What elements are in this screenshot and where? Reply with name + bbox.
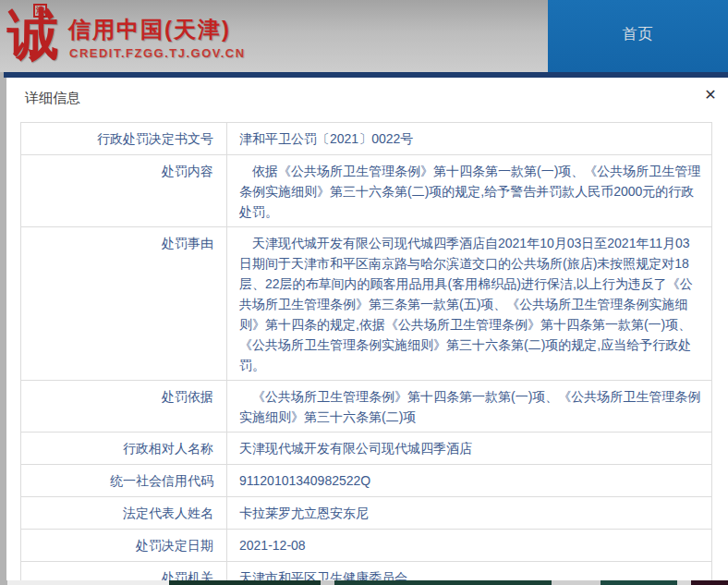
background-strip	[691, 580, 728, 585]
row-label: 处罚决定日期	[21, 530, 227, 561]
site-url: CREDIT.FZGG.TJ.GOV.CN	[69, 46, 246, 60]
row-value: 天津现代城开发有限公司现代城四季酒店	[227, 433, 711, 464]
background-strip	[552, 580, 601, 585]
nav-home-label: 首页	[623, 25, 654, 44]
site-logo[interactable]: 津 诚	[7, 2, 63, 70]
table-row-party-name: 行政相对人名称 天津现代城开发有限公司现代城四季酒店	[21, 433, 711, 465]
table-row-decision-date: 处罚决定日期 2021-12-08	[21, 530, 711, 562]
row-value: 津和平卫公罚〔2021〕0022号	[227, 123, 711, 154]
detail-modal: 详细信息 ✕ 行政处罚决定书文号 津和平卫公罚〔2021〕0022号 处罚内容 …	[6, 78, 728, 580]
table-row-penalty-basis: 处罚依据 《公共场所卫生管理条例》第十四条第一款第(一)项、《公共场所卫生管理条…	[21, 381, 711, 433]
table-row-legal-representative: 法定代表人姓名 卡拉莱罗尤立恩安东尼	[21, 497, 711, 530]
table-row-penalty-content: 处罚内容 依据《公共场所卫生管理条例》第十四条第一款第(一)项、《公共场所卫生管…	[21, 155, 711, 227]
table-row-penalty-reason: 处罚事由 天津现代城开发有限公司现代城四季酒店自2021年10月03日至2021…	[21, 227, 711, 381]
background-strip	[7, 580, 169, 585]
background-strip	[677, 580, 691, 585]
background-strip	[601, 580, 677, 585]
row-value: 《公共场所卫生管理条例》第十四条第一款第(一)项、《公共场所卫生管理条例实施细则…	[227, 381, 711, 432]
row-value: 91120101340982522Q	[227, 465, 711, 496]
row-label: 行政相对人名称	[21, 433, 227, 464]
nav-home-button[interactable]: 首页	[548, 0, 728, 72]
row-label: 处罚依据	[21, 381, 227, 432]
background-strip	[321, 580, 334, 585]
row-label: 统一社会信用代码	[21, 465, 227, 496]
row-value: 依据《公共场所卫生管理条例》第十四条第一款第(一)项、《公共场所卫生管理条例实施…	[227, 155, 711, 226]
table-row-decision-number: 行政处罚决定书文号 津和平卫公罚〔2021〕0022号	[21, 123, 711, 155]
close-icon[interactable]: ✕	[700, 85, 721, 105]
row-value: 卡拉莱罗尤立恩安东尼	[227, 497, 711, 529]
row-label: 处罚事由	[21, 227, 227, 380]
logo-cheng-icon: 诚	[7, 2, 59, 67]
row-value: 2021-12-08	[227, 530, 711, 561]
background-strip	[334, 580, 552, 585]
site-title: 信用中国(天津)	[68, 15, 231, 44]
table-row-credit-code: 统一社会信用代码 91120101340982522Q	[21, 465, 711, 497]
row-label: 法定代表人姓名	[21, 497, 227, 529]
modal-title: 详细信息	[25, 90, 80, 107]
penalty-detail-table: 行政处罚决定书文号 津和平卫公罚〔2021〕0022号 处罚内容 依据《公共场所…	[20, 122, 712, 585]
site-header: 津 诚 信用中国(天津) CREDIT.FZGG.TJ.GOV.CN 首页	[0, 0, 728, 72]
row-value: 天津现代城开发有限公司现代城四季酒店自2021年10月03日至2021年11月0…	[227, 227, 711, 380]
background-strip	[169, 580, 321, 585]
row-label: 行政处罚决定书文号	[21, 123, 227, 154]
row-label: 处罚内容	[21, 155, 227, 226]
